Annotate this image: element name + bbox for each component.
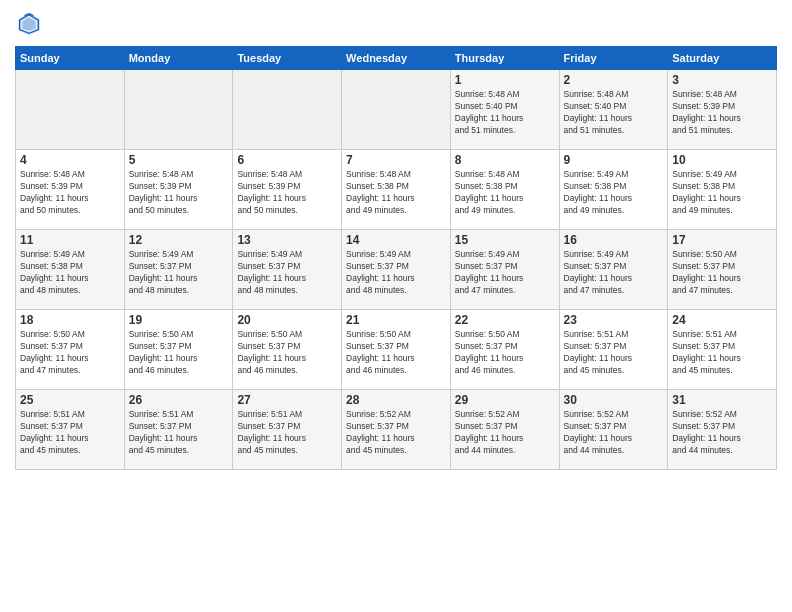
day-number: 25 xyxy=(20,393,120,407)
week-row-5: 25Sunrise: 5:51 AM Sunset: 5:37 PM Dayli… xyxy=(16,390,777,470)
day-info: Sunrise: 5:51 AM Sunset: 5:37 PM Dayligh… xyxy=(672,329,772,377)
day-number: 9 xyxy=(564,153,664,167)
day-info: Sunrise: 5:50 AM Sunset: 5:37 PM Dayligh… xyxy=(20,329,120,377)
day-info: Sunrise: 5:51 AM Sunset: 5:37 PM Dayligh… xyxy=(20,409,120,457)
day-info: Sunrise: 5:50 AM Sunset: 5:37 PM Dayligh… xyxy=(455,329,555,377)
calendar-cell: 7Sunrise: 5:48 AM Sunset: 5:38 PM Daylig… xyxy=(342,150,451,230)
page: SundayMondayTuesdayWednesdayThursdayFrid… xyxy=(0,0,792,612)
calendar-cell: 2Sunrise: 5:48 AM Sunset: 5:40 PM Daylig… xyxy=(559,70,668,150)
day-info: Sunrise: 5:49 AM Sunset: 5:37 PM Dayligh… xyxy=(346,249,446,297)
day-number: 31 xyxy=(672,393,772,407)
logo xyxy=(15,10,47,38)
day-info: Sunrise: 5:48 AM Sunset: 5:38 PM Dayligh… xyxy=(455,169,555,217)
day-number: 27 xyxy=(237,393,337,407)
week-row-3: 11Sunrise: 5:49 AM Sunset: 5:38 PM Dayli… xyxy=(16,230,777,310)
day-info: Sunrise: 5:50 AM Sunset: 5:37 PM Dayligh… xyxy=(346,329,446,377)
day-number: 5 xyxy=(129,153,229,167)
day-info: Sunrise: 5:49 AM Sunset: 5:37 PM Dayligh… xyxy=(564,249,664,297)
logo-icon xyxy=(15,10,43,38)
calendar-cell: 15Sunrise: 5:49 AM Sunset: 5:37 PM Dayli… xyxy=(450,230,559,310)
header-friday: Friday xyxy=(559,47,668,70)
day-number: 15 xyxy=(455,233,555,247)
day-number: 21 xyxy=(346,313,446,327)
day-info: Sunrise: 5:48 AM Sunset: 5:40 PM Dayligh… xyxy=(564,89,664,137)
calendar-cell: 28Sunrise: 5:52 AM Sunset: 5:37 PM Dayli… xyxy=(342,390,451,470)
day-number: 19 xyxy=(129,313,229,327)
day-number: 4 xyxy=(20,153,120,167)
calendar-cell: 31Sunrise: 5:52 AM Sunset: 5:37 PM Dayli… xyxy=(668,390,777,470)
calendar-body: 1Sunrise: 5:48 AM Sunset: 5:40 PM Daylig… xyxy=(16,70,777,470)
day-number: 26 xyxy=(129,393,229,407)
calendar-cell: 20Sunrise: 5:50 AM Sunset: 5:37 PM Dayli… xyxy=(233,310,342,390)
day-number: 10 xyxy=(672,153,772,167)
calendar-cell: 9Sunrise: 5:49 AM Sunset: 5:38 PM Daylig… xyxy=(559,150,668,230)
day-number: 13 xyxy=(237,233,337,247)
calendar-cell: 13Sunrise: 5:49 AM Sunset: 5:37 PM Dayli… xyxy=(233,230,342,310)
day-number: 23 xyxy=(564,313,664,327)
calendar-cell: 26Sunrise: 5:51 AM Sunset: 5:37 PM Dayli… xyxy=(124,390,233,470)
week-row-4: 18Sunrise: 5:50 AM Sunset: 5:37 PM Dayli… xyxy=(16,310,777,390)
day-info: Sunrise: 5:51 AM Sunset: 5:37 PM Dayligh… xyxy=(129,409,229,457)
week-row-1: 1Sunrise: 5:48 AM Sunset: 5:40 PM Daylig… xyxy=(16,70,777,150)
header-wednesday: Wednesday xyxy=(342,47,451,70)
calendar: SundayMondayTuesdayWednesdayThursdayFrid… xyxy=(15,46,777,470)
day-info: Sunrise: 5:50 AM Sunset: 5:37 PM Dayligh… xyxy=(672,249,772,297)
calendar-cell: 11Sunrise: 5:49 AM Sunset: 5:38 PM Dayli… xyxy=(16,230,125,310)
day-info: Sunrise: 5:49 AM Sunset: 5:38 PM Dayligh… xyxy=(20,249,120,297)
day-number: 30 xyxy=(564,393,664,407)
day-info: Sunrise: 5:51 AM Sunset: 5:37 PM Dayligh… xyxy=(564,329,664,377)
day-number: 17 xyxy=(672,233,772,247)
header-tuesday: Tuesday xyxy=(233,47,342,70)
calendar-cell: 23Sunrise: 5:51 AM Sunset: 5:37 PM Dayli… xyxy=(559,310,668,390)
header-thursday: Thursday xyxy=(450,47,559,70)
day-info: Sunrise: 5:50 AM Sunset: 5:37 PM Dayligh… xyxy=(129,329,229,377)
day-number: 7 xyxy=(346,153,446,167)
calendar-cell xyxy=(342,70,451,150)
day-number: 1 xyxy=(455,73,555,87)
day-info: Sunrise: 5:49 AM Sunset: 5:37 PM Dayligh… xyxy=(129,249,229,297)
day-info: Sunrise: 5:49 AM Sunset: 5:37 PM Dayligh… xyxy=(455,249,555,297)
header-monday: Monday xyxy=(124,47,233,70)
day-info: Sunrise: 5:50 AM Sunset: 5:37 PM Dayligh… xyxy=(237,329,337,377)
day-info: Sunrise: 5:48 AM Sunset: 5:39 PM Dayligh… xyxy=(20,169,120,217)
calendar-cell: 5Sunrise: 5:48 AM Sunset: 5:39 PM Daylig… xyxy=(124,150,233,230)
day-info: Sunrise: 5:51 AM Sunset: 5:37 PM Dayligh… xyxy=(237,409,337,457)
day-number: 20 xyxy=(237,313,337,327)
day-number: 6 xyxy=(237,153,337,167)
day-info: Sunrise: 5:52 AM Sunset: 5:37 PM Dayligh… xyxy=(455,409,555,457)
day-number: 16 xyxy=(564,233,664,247)
calendar-cell: 12Sunrise: 5:49 AM Sunset: 5:37 PM Dayli… xyxy=(124,230,233,310)
day-number: 22 xyxy=(455,313,555,327)
day-info: Sunrise: 5:52 AM Sunset: 5:37 PM Dayligh… xyxy=(346,409,446,457)
calendar-cell: 24Sunrise: 5:51 AM Sunset: 5:37 PM Dayli… xyxy=(668,310,777,390)
day-number: 18 xyxy=(20,313,120,327)
calendar-cell: 27Sunrise: 5:51 AM Sunset: 5:37 PM Dayli… xyxy=(233,390,342,470)
calendar-cell: 22Sunrise: 5:50 AM Sunset: 5:37 PM Dayli… xyxy=(450,310,559,390)
calendar-cell xyxy=(124,70,233,150)
day-info: Sunrise: 5:48 AM Sunset: 5:39 PM Dayligh… xyxy=(129,169,229,217)
day-info: Sunrise: 5:52 AM Sunset: 5:37 PM Dayligh… xyxy=(564,409,664,457)
day-number: 29 xyxy=(455,393,555,407)
day-number: 11 xyxy=(20,233,120,247)
header xyxy=(15,10,777,38)
day-number: 3 xyxy=(672,73,772,87)
day-number: 14 xyxy=(346,233,446,247)
calendar-cell: 4Sunrise: 5:48 AM Sunset: 5:39 PM Daylig… xyxy=(16,150,125,230)
calendar-cell: 6Sunrise: 5:48 AM Sunset: 5:39 PM Daylig… xyxy=(233,150,342,230)
calendar-cell: 1Sunrise: 5:48 AM Sunset: 5:40 PM Daylig… xyxy=(450,70,559,150)
calendar-cell: 19Sunrise: 5:50 AM Sunset: 5:37 PM Dayli… xyxy=(124,310,233,390)
day-number: 8 xyxy=(455,153,555,167)
calendar-cell: 30Sunrise: 5:52 AM Sunset: 5:37 PM Dayli… xyxy=(559,390,668,470)
calendar-cell xyxy=(16,70,125,150)
day-number: 2 xyxy=(564,73,664,87)
calendar-header: SundayMondayTuesdayWednesdayThursdayFrid… xyxy=(16,47,777,70)
calendar-cell: 14Sunrise: 5:49 AM Sunset: 5:37 PM Dayli… xyxy=(342,230,451,310)
calendar-cell: 29Sunrise: 5:52 AM Sunset: 5:37 PM Dayli… xyxy=(450,390,559,470)
day-info: Sunrise: 5:49 AM Sunset: 5:37 PM Dayligh… xyxy=(237,249,337,297)
day-info: Sunrise: 5:48 AM Sunset: 5:38 PM Dayligh… xyxy=(346,169,446,217)
day-info: Sunrise: 5:52 AM Sunset: 5:37 PM Dayligh… xyxy=(672,409,772,457)
calendar-cell: 25Sunrise: 5:51 AM Sunset: 5:37 PM Dayli… xyxy=(16,390,125,470)
calendar-cell: 16Sunrise: 5:49 AM Sunset: 5:37 PM Dayli… xyxy=(559,230,668,310)
day-info: Sunrise: 5:48 AM Sunset: 5:39 PM Dayligh… xyxy=(672,89,772,137)
header-sunday: Sunday xyxy=(16,47,125,70)
